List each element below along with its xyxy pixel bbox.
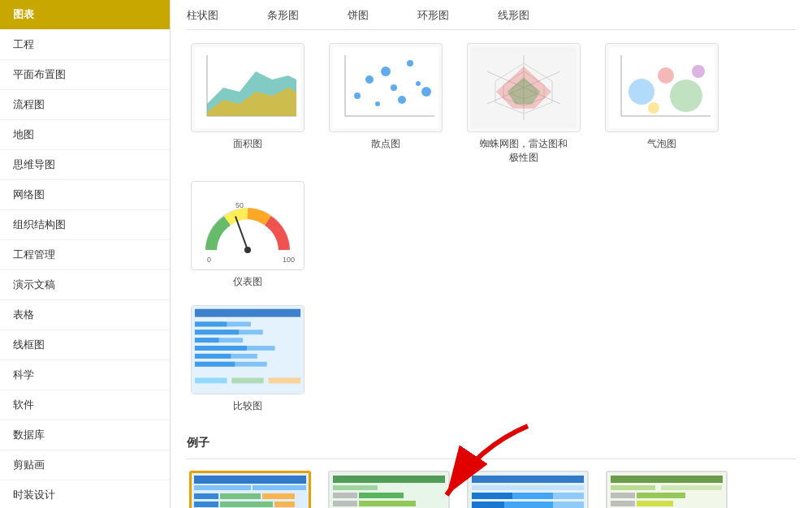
main-content: 柱状图 条形图 饼图 环形图 线形图 面积图 xyxy=(171,0,812,508)
svg-rect-79 xyxy=(333,485,378,490)
svg-point-31 xyxy=(670,80,702,112)
examples-grid: Items Comparison Bar xyxy=(187,471,796,508)
example-item-compl[interactable]: Compl. xyxy=(603,471,729,508)
sidebar-item-database[interactable]: 数据库 xyxy=(0,420,170,450)
svg-point-8 xyxy=(354,93,361,99)
svg-rect-67 xyxy=(274,502,295,507)
svg-rect-51 xyxy=(195,354,257,359)
svg-rect-61 xyxy=(253,485,306,490)
svg-rect-65 xyxy=(194,502,218,507)
svg-rect-95 xyxy=(553,493,584,499)
chart-type-pie[interactable]: 饼图 xyxy=(348,8,369,23)
example-item-items-comparison-bar[interactable]: Items Comparison Bar xyxy=(187,471,313,508)
svg-rect-64 xyxy=(262,493,295,499)
chart-thumb-spider[interactable] xyxy=(467,43,581,132)
chart-item-compare[interactable]: 比较图 xyxy=(187,305,309,413)
svg-rect-43 xyxy=(195,322,251,327)
svg-rect-66 xyxy=(220,502,273,507)
chart-type-bar[interactable]: 柱状图 xyxy=(187,8,218,23)
chart-types-row: 柱状图 条形图 饼图 环形图 线形图 xyxy=(187,0,796,30)
section-header-examples: 例子 xyxy=(187,429,796,459)
chart-caption-spider: 蜘蛛网图，雷达图和 极性图 xyxy=(480,137,568,165)
chart-item-scatter[interactable]: 散点图 xyxy=(325,43,447,165)
svg-point-30 xyxy=(658,67,674,84)
svg-point-32 xyxy=(648,102,659,114)
sidebar-item-floorplan[interactable]: 平面布置图 xyxy=(0,60,170,90)
svg-rect-62 xyxy=(194,493,218,499)
svg-rect-91 xyxy=(472,476,584,483)
sidebar: 图表 工程 平面布置图 流程图 地图 思维导图 网络图 组织结构图 工程管理 演… xyxy=(0,0,171,508)
chart-type-donut[interactable]: 环形图 xyxy=(417,8,449,23)
chart-item-spider[interactable]: 蜘蛛网图，雷达图和 极性图 xyxy=(463,43,585,165)
sidebar-item-software[interactable]: 软件 xyxy=(0,390,170,420)
sidebar-item-presentation[interactable]: 演示文稿 xyxy=(0,270,170,300)
svg-rect-45 xyxy=(195,329,263,334)
chart-thumb-gauge[interactable]: 0 50 100 xyxy=(191,181,304,270)
svg-rect-93 xyxy=(472,493,512,499)
svg-rect-41 xyxy=(195,309,300,317)
chart-caption-area: 面积图 xyxy=(233,137,262,151)
example-thumb-items-comparison-bar[interactable] xyxy=(189,471,311,508)
svg-rect-54 xyxy=(195,378,227,384)
example-thumb-compl[interactable] xyxy=(606,471,728,508)
chart-item-gauge[interactable]: 0 50 100 仪表图 xyxy=(187,181,309,289)
svg-rect-80 xyxy=(333,493,357,498)
svg-rect-59 xyxy=(194,476,306,484)
chart-grid-row2: 比较图 xyxy=(187,305,796,413)
svg-point-16 xyxy=(421,87,431,97)
sidebar-item-wireframe[interactable]: 线框图 xyxy=(0,330,170,360)
chart-item-bubble[interactable]: 气泡图 xyxy=(601,43,723,165)
chart-thumb-scatter[interactable] xyxy=(329,43,443,132)
svg-point-13 xyxy=(398,96,406,104)
sidebar-item-science[interactable]: 科学 xyxy=(0,360,170,390)
chart-thumb-area[interactable] xyxy=(191,43,304,132)
sidebar-item-network[interactable]: 网络图 xyxy=(0,180,170,210)
sidebar-item-clipart[interactable]: 剪贴画 xyxy=(0,450,170,480)
svg-text:50: 50 xyxy=(235,201,244,209)
example-thumb-plan-management-bar[interactable] xyxy=(328,471,450,508)
chart-type-line[interactable]: 线形图 xyxy=(498,8,529,23)
svg-text:0: 0 xyxy=(207,256,211,264)
svg-point-29 xyxy=(628,79,654,105)
svg-point-33 xyxy=(692,65,705,78)
svg-rect-63 xyxy=(220,493,261,499)
sidebar-item-orgchart[interactable]: 组织结构图 xyxy=(0,210,170,240)
sidebar-item-table[interactable]: 表格 xyxy=(0,300,170,330)
svg-rect-110 xyxy=(611,485,655,490)
svg-rect-78 xyxy=(333,476,445,483)
svg-rect-115 xyxy=(637,501,673,506)
chart-item-area[interactable]: 面积图 xyxy=(187,43,309,165)
svg-rect-96 xyxy=(472,502,504,508)
sidebar-item-engineering[interactable]: 工程 xyxy=(0,30,170,60)
example-item-plan-management-bar[interactable]: Plan Management Bar xyxy=(326,471,451,508)
svg-rect-109 xyxy=(611,476,723,483)
svg-rect-94 xyxy=(512,493,553,499)
svg-rect-56 xyxy=(269,378,300,384)
svg-rect-114 xyxy=(611,501,635,506)
svg-rect-97 xyxy=(504,502,553,508)
chart-caption-scatter: 散点图 xyxy=(371,137,400,151)
svg-rect-111 xyxy=(661,485,722,490)
svg-rect-113 xyxy=(637,493,685,498)
sidebar-item-mindmap[interactable]: 思维导图 xyxy=(0,150,170,180)
chart-thumb-compare[interactable] xyxy=(191,305,304,394)
sidebar-item-flowchart[interactable]: 流程图 xyxy=(0,90,170,120)
sidebar-item-fashion[interactable]: 时装设计 xyxy=(0,480,170,508)
chart-thumb-bubble[interactable] xyxy=(605,43,719,132)
svg-rect-53 xyxy=(195,362,267,367)
svg-point-14 xyxy=(407,60,413,67)
chart-caption-bubble: 气泡图 xyxy=(647,137,676,151)
svg-rect-83 xyxy=(359,501,416,506)
svg-point-9 xyxy=(365,75,374,84)
sidebar-item-map[interactable]: 地图 xyxy=(0,120,170,150)
sidebar-item-projectmgmt[interactable]: 工程管理 xyxy=(0,240,170,270)
chart-grid: 面积图 xyxy=(187,43,796,289)
example-item-stacked-bar[interactable]: 100% Stacked Bar xyxy=(464,471,590,508)
svg-rect-98 xyxy=(553,502,584,508)
chart-caption-compare: 比较图 xyxy=(233,399,262,413)
svg-point-15 xyxy=(416,81,421,86)
sidebar-item-charts[interactable]: 图表 xyxy=(0,0,170,30)
example-thumb-stacked-bar[interactable] xyxy=(467,471,589,508)
svg-rect-82 xyxy=(333,501,357,506)
chart-type-hbar[interactable]: 条形图 xyxy=(267,8,299,23)
